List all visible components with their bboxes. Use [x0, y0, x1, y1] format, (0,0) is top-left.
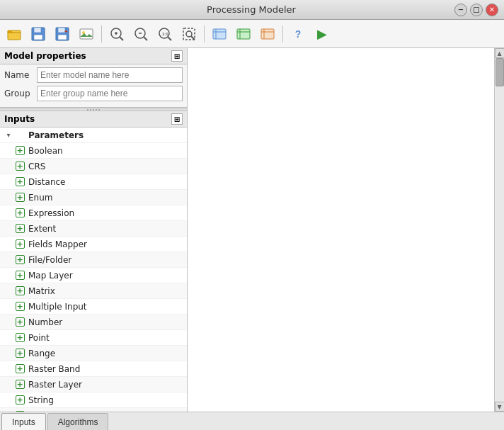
- list-item[interactable]: + Map Layer: [0, 268, 187, 283]
- enum-label: Enum: [28, 193, 52, 203]
- raster-band-label: Raster Band: [28, 364, 80, 374]
- inputs-section: Inputs ⊞ ▾ Parameters + Boolean: [0, 111, 187, 412]
- svg-point-21: [186, 31, 192, 37]
- multiple-input-icon: +: [14, 301, 25, 312]
- zoom-in-button[interactable]: [105, 23, 128, 45]
- crs-label: CRS: [28, 162, 45, 171]
- list-item[interactable]: + CRS: [0, 159, 187, 174]
- parameters-icon: [14, 130, 25, 141]
- model-properties-header: Model properties ⊞: [0, 48, 187, 64]
- svg-rect-23: [213, 29, 226, 39]
- vertical-scrollbar[interactable]: ▲ ▼: [494, 48, 504, 412]
- expression-icon: +: [14, 208, 25, 219]
- main-container: Model properties ⊞ Name Group: [0, 48, 504, 412]
- distance-icon: +: [14, 176, 25, 188]
- extent-label: Extent: [28, 224, 56, 234]
- list-item[interactable]: + Enum: [0, 190, 187, 205]
- inputs-title: Inputs: [4, 114, 35, 124]
- bottom-tabs: Inputs Algorithms: [0, 412, 504, 430]
- list-item[interactable]: + Extent: [0, 221, 187, 237]
- model-properties-title: Model properties: [4, 51, 86, 61]
- zoom-out-button[interactable]: [130, 23, 152, 45]
- map-layer-icon: +: [14, 270, 25, 281]
- list-item[interactable]: + Point: [0, 330, 187, 346]
- save-button[interactable]: [27, 23, 50, 45]
- group-label: Group: [4, 89, 34, 98]
- list-item[interactable]: + Boolean: [0, 143, 187, 159]
- tab-inputs[interactable]: Inputs: [1, 413, 46, 430]
- range-icon: +: [14, 348, 25, 359]
- inputs-toggle[interactable]: ⊞: [171, 113, 183, 125]
- number-label: Number: [28, 317, 62, 327]
- raster-band-icon: +: [14, 363, 25, 375]
- range-label: Range: [28, 349, 55, 358]
- list-item[interactable]: + Matrix: [0, 283, 187, 299]
- extent-icon: +: [14, 223, 25, 234]
- svg-line-13: [120, 37, 123, 40]
- model-properties-toggle[interactable]: ⊞: [171, 50, 183, 62]
- add-output-button[interactable]: [256, 23, 279, 45]
- list-item[interactable]: + Multiple Input: [0, 299, 187, 315]
- export-image-button[interactable]: [75, 23, 98, 45]
- fields-mapper-icon: +: [14, 239, 25, 250]
- run-button[interactable]: ▶: [311, 23, 333, 45]
- crs-icon: +: [14, 161, 25, 172]
- matrix-label: Matrix: [28, 286, 55, 296]
- svg-rect-29: [261, 29, 274, 39]
- title-bar: Processing Modeler − □ ✕: [0, 0, 504, 20]
- model-properties-body: Name Group: [0, 64, 187, 108]
- zoom-fit-button[interactable]: [178, 23, 200, 45]
- parameters-category[interactable]: ▾ Parameters: [0, 128, 187, 143]
- string-icon: +: [14, 395, 25, 406]
- add-input-button[interactable]: [208, 23, 231, 45]
- list-item[interactable]: + Raster Layer: [0, 377, 187, 392]
- svg-line-16: [144, 37, 147, 40]
- svg-rect-2: [34, 28, 41, 33]
- multiple-input-label: Multiple Input: [28, 302, 87, 312]
- resize-dots: [87, 109, 100, 111]
- list-item[interactable]: + Raster Band: [0, 361, 187, 377]
- window-title: Processing Modeler: [48, 4, 454, 15]
- scroll-thumb[interactable]: [496, 58, 504, 86]
- zoom-actual-button[interactable]: 1:1: [154, 23, 176, 45]
- list-item[interactable]: + Range: [0, 346, 187, 361]
- help-button[interactable]: ?: [287, 23, 309, 45]
- open-button[interactable]: [3, 23, 25, 45]
- toolbar: + 1:1 ? ▶: [0, 20, 504, 48]
- boolean-label: Boolean: [28, 146, 63, 156]
- list-item[interactable]: + Fields Mapper: [0, 237, 187, 252]
- save-as-button[interactable]: +: [51, 23, 74, 45]
- enum-icon: +: [14, 192, 25, 203]
- number-icon: +: [14, 317, 25, 328]
- maximize-button[interactable]: □: [470, 4, 483, 16]
- expression-label: Expression: [28, 208, 74, 218]
- boolean-icon: +: [14, 145, 25, 157]
- list-item[interactable]: + Distance: [0, 174, 187, 190]
- fields-mapper-label: Fields Mapper: [28, 239, 87, 249]
- list-item[interactable]: + File/Folder: [0, 252, 187, 268]
- list-item[interactable]: + String: [0, 392, 187, 408]
- matrix-icon: +: [14, 285, 25, 297]
- scroll-track[interactable]: [496, 58, 504, 402]
- toolbar-separator-3: [282, 26, 283, 43]
- raster-layer-label: Raster Layer: [28, 380, 82, 390]
- parameters-toggle[interactable]: ▾: [3, 130, 14, 141]
- list-item[interactable]: + Expression: [0, 205, 187, 221]
- minimize-button[interactable]: −: [454, 4, 467, 16]
- scroll-up-button[interactable]: ▲: [495, 48, 505, 58]
- file-folder-label: File/Folder: [28, 255, 71, 265]
- scroll-down-button[interactable]: ▼: [495, 402, 505, 412]
- canvas-panel: ▲ ▼: [188, 48, 504, 412]
- list-item[interactable]: + Number: [0, 315, 187, 330]
- add-algorithm-button[interactable]: [232, 23, 255, 45]
- file-folder-icon: +: [14, 254, 25, 266]
- bottom-area: Inputs Algorithms ◀ ▶: [0, 412, 504, 430]
- distance-label: Distance: [28, 177, 65, 187]
- tab-algorithms[interactable]: Algorithms: [47, 413, 109, 430]
- name-input[interactable]: [37, 67, 183, 83]
- point-label: Point: [28, 333, 50, 343]
- close-button[interactable]: ✕: [486, 4, 498, 16]
- tree-list[interactable]: ▾ Parameters + Boolean + CRS: [0, 128, 187, 412]
- group-input[interactable]: [37, 86, 183, 101]
- window-controls: − □ ✕: [454, 4, 498, 16]
